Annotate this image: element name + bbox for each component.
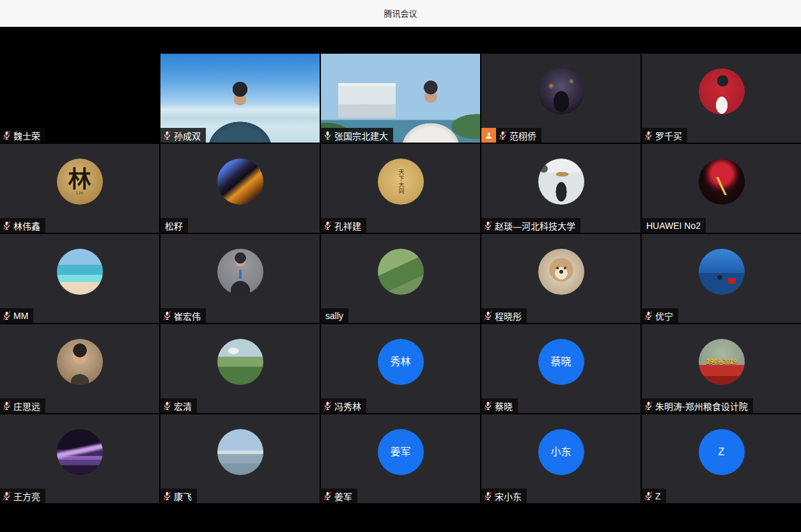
name-label: 朱明涛-郑州粮食设计院 (642, 398, 753, 413)
participant-name: 姜军 (334, 490, 352, 503)
participant-tile[interactable]: 范栩侨 (481, 54, 641, 143)
participant-tile[interactable]: 林 Lin 林伟鑫 (0, 144, 159, 233)
avatar: 1949-2019 (699, 339, 745, 385)
avatar (57, 339, 103, 385)
participant-tile[interactable]: 天下大同 孔祥建 (321, 144, 480, 233)
participant-tile[interactable]: 程晓彤 (481, 234, 641, 323)
participant-name: 宏清 (174, 400, 192, 412)
participant-name: 崔宏伟 (174, 309, 201, 322)
avatar (538, 68, 584, 114)
mic-muted-icon (644, 491, 653, 501)
avatar-initials: 小东 (550, 446, 571, 458)
participant-tile[interactable]: 康飞 (160, 414, 320, 503)
participant-tile[interactable]: 赵琰—河北科技大学 (481, 144, 641, 233)
participant-tile[interactable]: HUAWEI No2 (642, 144, 801, 233)
participant-name: Z (655, 491, 661, 501)
participant-tile[interactable]: Z Z (642, 414, 801, 503)
avatar: 林 Lin (57, 159, 103, 205)
participant-tile[interactable]: 庄思远 (0, 324, 159, 413)
avatar: 姜军 (378, 429, 424, 475)
mic-muted-icon (2, 401, 12, 411)
participant-tile[interactable]: 秀林 冯秀林 (321, 324, 480, 413)
participant-tile[interactable]: 姜军 姜军 (321, 414, 480, 503)
mic-muted-icon (162, 130, 172, 140)
participant-name: 孙成双 (174, 129, 201, 142)
avatar-initials: 秀林 (390, 356, 410, 368)
participant-tile[interactable]: sally (321, 234, 480, 323)
name-label: 崔宏伟 (160, 308, 206, 323)
name-label: 罗千买 (642, 128, 687, 143)
mic-muted-icon (644, 311, 653, 320)
avatar (217, 339, 263, 385)
participant-tile[interactable]: 优宁 (642, 234, 801, 323)
name-label: MM (0, 308, 33, 323)
avatar-calligraphy: 天下大同 (398, 169, 404, 194)
participant-name: 蔡晓 (495, 400, 513, 412)
participant-name: 孔祥建 (334, 219, 361, 232)
participant-tile[interactable]: 魏士荣 (0, 54, 159, 143)
participant-name: 王方亮 (13, 490, 40, 503)
mic-muted-icon (323, 491, 332, 501)
participant-name: sally (325, 311, 343, 321)
title-bar: 腾讯会议 (0, 0, 801, 27)
participant-name: 魏士荣 (13, 129, 40, 142)
mic-muted-icon (323, 401, 332, 411)
participant-tile[interactable]: 罗千买 (642, 54, 801, 143)
participant-name: 程晓彤 (495, 309, 522, 322)
participant-tile[interactable]: MM (0, 234, 159, 323)
participant-tile[interactable]: 松籽 (160, 144, 320, 233)
name-label: HUAWEI No2 (642, 218, 706, 233)
avatar (217, 249, 263, 295)
name-label: 赵琰—河北科技大学 (481, 218, 580, 233)
name-label: 冯秀林 (321, 398, 366, 413)
participant-tile[interactable]: 崔宏伟 (160, 234, 320, 323)
mic-muted-icon (644, 130, 653, 140)
participant-tile[interactable]: 宏清 (160, 324, 320, 413)
avatar-anniversary-text: 1949-2019 (706, 358, 737, 365)
avatar (699, 159, 745, 205)
participant-name: 优宁 (655, 309, 673, 322)
meeting-stage: 魏士荣 孙成双 张国宗北建大 范栩侨 罗千买 (0, 27, 801, 503)
avatar-subtext: Lin (76, 190, 83, 196)
avatar (378, 249, 424, 295)
mic-muted-icon (483, 491, 493, 501)
name-label: 孙成双 (160, 128, 206, 143)
person-badge-icon (481, 128, 496, 143)
participant-tile[interactable]: 小东 宋小东 (481, 414, 641, 503)
avatar-initials: 林 (68, 167, 91, 192)
participant-name: 范栩侨 (509, 129, 536, 142)
avatar (57, 429, 103, 475)
avatar: 小东 (538, 429, 584, 475)
mic-muted-icon (2, 311, 12, 320)
participant-name: 朱明涛-郑州粮食设计院 (655, 400, 748, 412)
name-label: 庄思远 (0, 398, 45, 413)
participant-name: 赵琰—河北科技大学 (495, 219, 575, 232)
avatar: Z (699, 429, 745, 475)
mic-muted-icon (162, 311, 172, 320)
avatar: 蔡晓 (538, 339, 584, 385)
avatar: 秀林 (378, 339, 424, 385)
avatar-initials: Z (719, 446, 725, 458)
name-label: 优宁 (642, 308, 678, 323)
mic-muted-icon (323, 221, 332, 230)
participant-tile[interactable]: 蔡晓 蔡晓 (481, 324, 641, 413)
mic-muted-icon (483, 311, 493, 320)
mic-muted-icon (2, 491, 12, 501)
name-label: 蔡晓 (481, 398, 518, 413)
mic-muted-icon (498, 130, 508, 140)
avatar: 天下大同 (378, 159, 424, 205)
participant-tile-active-speaker[interactable]: 张国宗北建大 (321, 54, 480, 143)
name-label: 宋小东 (481, 489, 527, 503)
name-label: 王方亮 (0, 489, 45, 503)
participant-name: 冯秀林 (334, 400, 361, 412)
avatar (699, 68, 745, 114)
mic-muted-icon (644, 401, 653, 411)
participant-tile[interactable]: 1949-2019 朱明涛-郑州粮食设计院 (642, 324, 801, 413)
avatar (57, 249, 103, 295)
name-label: 程晓彤 (481, 308, 527, 323)
participant-tile[interactable]: 孙成双 (160, 54, 320, 143)
participant-tile[interactable]: 王方亮 (0, 414, 159, 503)
avatar-initials: 姜军 (390, 446, 410, 458)
avatar (217, 159, 263, 205)
participant-name: 松籽 (165, 219, 183, 232)
